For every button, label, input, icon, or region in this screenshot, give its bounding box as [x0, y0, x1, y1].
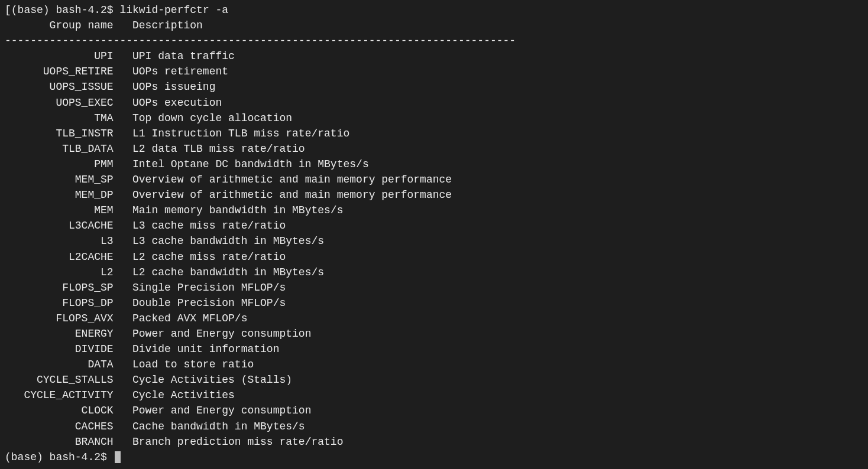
shell-prompt: (base) bash-4.2$ [11, 4, 120, 16]
shell-prompt: (base) bash-4.2$ [5, 451, 114, 463]
group-description: Single Precision MFLOP/s [114, 280, 286, 295]
table-row: UPIUPI data traffic [5, 48, 863, 64]
group-name: PMM [5, 157, 114, 172]
group-name: TLB_INSTR [5, 126, 114, 141]
group-name: CYCLE_STALLS [5, 372, 114, 387]
table-row: L3CACHEL3 cache miss rate/ratio [5, 218, 863, 233]
group-name: L3CACHE [5, 218, 114, 233]
group-name: UOPS_ISSUE [5, 79, 114, 95]
group-description: Top down cycle allocation [114, 110, 292, 126]
group-name: ENERGY [5, 326, 114, 341]
table-row: TMATop down cycle allocation [5, 110, 863, 126]
group-description: UPI data traffic [114, 48, 235, 64]
table-row: UOPS_RETIREUOPs retirement [5, 64, 863, 79]
table-row: FLOPS_AVXPacked AVX MFLOP/s [5, 311, 863, 326]
group-name: BRANCH [5, 434, 114, 450]
group-name: FLOPS_SP [5, 280, 114, 295]
group-name: L3 [5, 233, 114, 249]
group-name: L2CACHE [5, 249, 114, 265]
group-name: UOPS_RETIRE [5, 64, 114, 79]
table-row: ENERGYPower and Energy consumption [5, 326, 863, 341]
group-description: Double Precision MFLOP/s [114, 295, 286, 311]
group-name: FLOPS_DP [5, 295, 114, 311]
table-header-row: Group name Description [5, 18, 863, 33]
group-description: Cycle Activities [114, 387, 235, 403]
group-description: Branch prediction miss rate/ratio [114, 434, 344, 450]
group-name: CLOCK [5, 403, 114, 418]
group-description: Overview of arithmetic and main memory p… [114, 172, 452, 187]
table-row: FLOPS_SPSingle Precision MFLOP/s [5, 280, 863, 295]
group-description: L3 cache bandwidth in MBytes/s [114, 233, 324, 249]
group-name: MEM_SP [5, 172, 114, 187]
group-name: DATA [5, 357, 114, 372]
table-row: TLB_INSTRL1 Instruction TLB miss rate/ra… [5, 126, 863, 141]
table-row: L2L2 cache bandwidth in MBytes/s [5, 265, 863, 280]
table-row: FLOPS_DPDouble Precision MFLOP/s [5, 295, 863, 311]
group-description: L1 Instruction TLB miss rate/ratio [114, 126, 350, 141]
table-row: CACHESCache bandwidth in MBytes/s [5, 419, 863, 434]
group-description: Packed AVX MFLOP/s [114, 311, 248, 326]
table-row: DIVIDEDivide unit information [5, 341, 863, 357]
table-row: TLB_DATAL2 data TLB miss rate/ratio [5, 141, 863, 157]
group-description: L2 data TLB miss rate/ratio [114, 141, 305, 157]
table-row: UOPS_EXECUOPs execution [5, 95, 863, 110]
group-description: UOPs issueing [114, 79, 216, 95]
table-row: PMMIntel Optane DC bandwidth in MBytes/s [5, 157, 863, 172]
group-name: L2 [5, 265, 114, 280]
table-row: BRANCHBranch prediction miss rate/ratio [5, 434, 863, 450]
group-description: Power and Energy consumption [114, 403, 312, 418]
header-description: Description [114, 18, 203, 33]
typed-command: likwid-perfctr -a [119, 4, 228, 16]
table-row: UOPS_ISSUEUOPs issueing [5, 79, 863, 95]
group-name: FLOPS_AVX [5, 311, 114, 326]
table-row: MEM_SPOverview of arithmetic and main me… [5, 172, 863, 187]
group-name: TMA [5, 110, 114, 126]
group-description: Divide unit information [114, 341, 280, 357]
group-description: Cache bandwidth in MBytes/s [114, 419, 305, 434]
terminal[interactable]: [(base) bash-4.2$ likwid-perfctr -a Grou… [5, 2, 863, 465]
table-row: MEM_DPOverview of arithmetic and main me… [5, 187, 863, 203]
group-description: L3 cache miss rate/ratio [114, 218, 286, 233]
group-name: CYCLE_ACTIVITY [5, 387, 114, 403]
table-row: CYCLE_STALLSCycle Activities (Stalls) [5, 372, 863, 387]
table-row: L3L3 cache bandwidth in MBytes/s [5, 233, 863, 249]
group-description: Cycle Activities (Stalls) [114, 372, 292, 387]
group-description: Intel Optane DC bandwidth in MBytes/s [114, 157, 369, 172]
group-description: Overview of arithmetic and main memory p… [114, 187, 452, 203]
table-row: DATALoad to store ratio [5, 357, 863, 372]
group-name: DIVIDE [5, 341, 114, 357]
separator-line: ----------------------------------------… [5, 33, 863, 48]
cursor-icon [115, 451, 121, 463]
group-name: UOPS_EXEC [5, 95, 114, 110]
group-name: TLB_DATA [5, 141, 114, 157]
group-description: Load to store ratio [114, 357, 254, 372]
group-description: Power and Energy consumption [114, 326, 312, 341]
command-line: [(base) bash-4.2$ likwid-perfctr -a [5, 2, 863, 18]
table-row: CYCLE_ACTIVITYCycle Activities [5, 387, 863, 403]
header-group-name: Group name [5, 18, 114, 33]
table-row: L2CACHEL2 cache miss rate/ratio [5, 249, 863, 265]
group-name: MEM [5, 203, 114, 218]
groups-table: UPIUPI data trafficUOPS_RETIREUOPs retir… [5, 48, 863, 449]
group-name: UPI [5, 48, 114, 64]
group-description: Main memory bandwidth in MBytes/s [114, 203, 344, 218]
group-description: L2 cache bandwidth in MBytes/s [114, 265, 324, 280]
group-name: MEM_DP [5, 187, 114, 203]
group-description: UOPs retirement [114, 64, 228, 79]
group-description: L2 cache miss rate/ratio [114, 249, 286, 265]
table-row: MEMMain memory bandwidth in MBytes/s [5, 203, 863, 218]
group-description: UOPs execution [114, 95, 222, 110]
table-row: CLOCKPower and Energy consumption [5, 403, 863, 418]
group-name: CACHES [5, 419, 114, 434]
next-prompt-line[interactable]: (base) bash-4.2$ [5, 450, 863, 465]
